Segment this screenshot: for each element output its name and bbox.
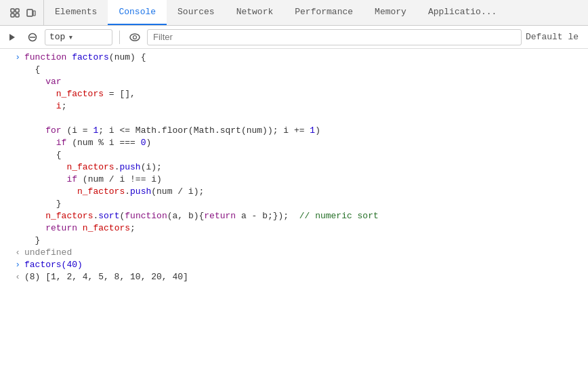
svg-marker-6 [9,34,15,41]
console-undefined-line: ‹ undefined [0,247,588,259]
line-content: n_factors.push(i); [24,161,588,174]
line-content: factors(40) [24,259,588,271]
line-content: { [24,149,588,161]
tab-console[interactable]: Console [108,0,167,25]
console-line: } [0,198,588,210]
console-line: n_factors = [], [0,88,588,100]
line-content: n_factors = [], [24,88,588,100]
console-line: n_factors.sort(function(a, b){return a -… [0,210,588,222]
svg-point-10 [133,35,137,39]
line-gutter: ‹ [0,271,24,283]
line-content: if (num / i !== i) [24,174,588,186]
result-arrow: ‹ [15,247,20,259]
console-line [0,113,588,125]
tab-sources[interactable]: Sources [167,0,226,25]
console-result-line: ‹ (8) [1, 2, 4, 5, 8, 10, 20, 40] [0,271,588,283]
tab-bar: Elements Console Sources Network Perform… [0,0,588,26]
line-content: i; [24,100,588,113]
eye-icon[interactable] [127,29,143,45]
tab-performance[interactable]: Performance [284,0,364,25]
console-toolbar: top ▾ Default le [0,26,588,49]
line-content: n_factors.sort(function(a, b){return a -… [24,210,588,222]
console-line: for (i = 1; i <= Math.floor(Math.sqrt(nu… [0,125,588,137]
console-line: return n_factors; [0,222,588,235]
tab-application[interactable]: Applicatio... [417,0,507,25]
line-content: (8) [1, 2, 4, 5, 8, 10, 20, 40] [24,271,588,283]
default-levels-label: Default le [526,32,584,42]
line-content: { [24,64,588,76]
console-line: if (num / i !== i) [0,174,588,186]
toolbar-divider [119,31,120,44]
svg-rect-5 [33,11,35,16]
filter-input[interactable] [147,29,522,45]
svg-rect-4 [27,9,33,16]
line-gutter: › [0,52,24,64]
line-gutter: › [0,259,24,271]
console-line: { [0,64,588,76]
console-line: } [0,235,588,247]
cursor-icon[interactable] [8,6,22,20]
console-line: { [0,149,588,161]
chevron-down-icon: ▾ [68,32,73,43]
svg-point-9 [130,34,140,41]
line-content: for (i = 1; i <= Math.floor(Math.sqrt(nu… [24,125,588,137]
line-content: } [24,198,588,210]
svg-rect-0 [11,9,14,12]
line-content: if (num % i === 0) [24,137,588,149]
line-content [24,113,588,125]
console-line: n_factors.push(num / i); [0,186,588,198]
console-output: › function factors(num) { { var n_factor… [0,49,588,381]
line-content: n_factors.push(num / i); [24,186,588,198]
execute-button[interactable] [4,29,20,45]
line-gutter: ‹ [0,247,24,259]
svg-rect-1 [16,9,19,12]
device-icon[interactable] [24,6,38,20]
line-content: function factors(num) { [24,52,588,64]
line-content: undefined [24,247,588,259]
console-line: › function factors(num) { [0,52,588,64]
input-arrow: › [15,259,20,271]
console-line: i; [0,100,588,113]
console-call-line: › factors(40) [0,259,588,271]
context-selector[interactable]: top ▾ [45,29,112,45]
tab-memory[interactable]: Memory [364,0,417,25]
svg-rect-2 [11,14,14,17]
svg-rect-3 [16,14,19,17]
clear-button[interactable] [24,29,41,45]
line-content: var [24,76,588,88]
console-line: var [0,76,588,88]
line-content: } [24,235,588,247]
result-arrow: ‹ [15,271,20,283]
input-arrow: › [15,52,20,64]
line-content: return n_factors; [24,222,588,235]
console-line: if (num % i === 0) [0,137,588,149]
tab-elements[interactable]: Elements [44,0,108,25]
devtools-icons [3,0,44,25]
tab-network[interactable]: Network [226,0,285,25]
console-line: n_factors.push(i); [0,161,588,174]
